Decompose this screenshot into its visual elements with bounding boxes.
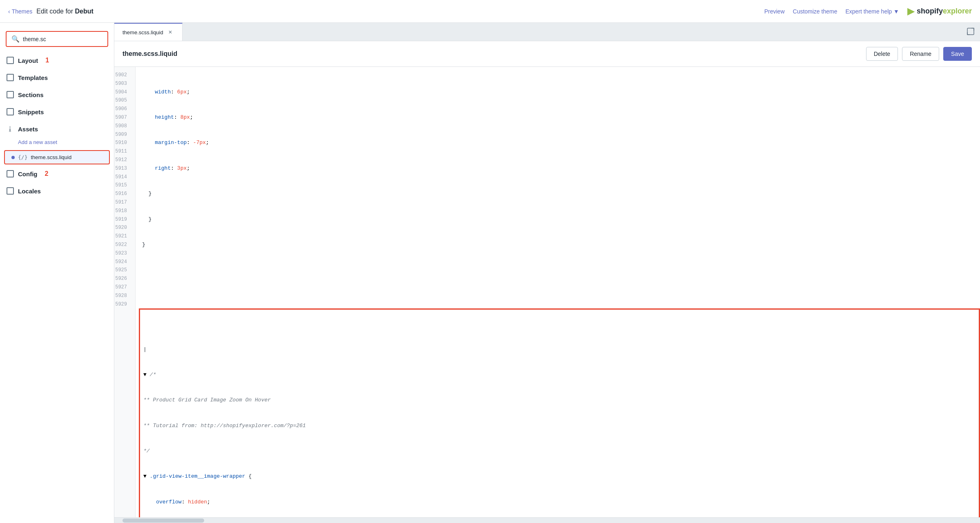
tabs-bar: theme.scss.liquid ✕ [114,23,980,41]
expand-editor-button[interactable] [961,24,980,40]
preview-link[interactable]: Preview [764,8,785,15]
sidebar-section-sections: Sections [0,87,114,102]
code-line-5915: ▼ .grid-view-item__image-wrapper { [143,472,976,481]
chevron-left-icon: ‹ [8,8,10,15]
code-line-5906: } [142,190,980,198]
search-container: 🔍 [0,28,114,53]
code-line-5911: ▼ /* [143,371,976,379]
save-button[interactable]: Save [943,47,972,61]
folder-icon [7,74,14,81]
sidebar-item-snippets[interactable]: Snippets [0,104,114,120]
active-file-item[interactable]: {/} theme.scss.liquid [4,150,110,164]
sidebar-item-assets[interactable]: ⭳ Assets [0,121,114,137]
badge-2: 2 [45,170,48,177]
editor-area: theme.scss.liquid ✕ theme.scss.liquid De… [114,23,980,523]
scroll-thumb[interactable] [122,519,204,523]
rename-button[interactable]: Rename [902,47,939,61]
folder-icon [7,91,14,98]
sidebar-label-locales: Locales [18,188,41,195]
file-code-icon: {/} [18,154,27,160]
sidebar-label-config: Config [18,171,37,177]
download-icon: ⭳ [7,125,14,133]
tabs-list: theme.scss.liquid ✕ [114,23,183,41]
shopify-explorer-logo: ▶ shopifyexplorer [907,6,972,17]
svg-rect-0 [967,28,974,35]
folder-icon [7,170,14,177]
sidebar-section-templates: Templates [0,70,114,85]
sidebar: 🔍 Layout 1 Templates Sections [0,23,114,523]
top-nav: ‹ Themes Edit code for Debut Preview Cus… [0,0,980,23]
shopify-logo-icon: ▶ [907,6,914,17]
file-header-actions: Delete Rename Save [866,47,972,61]
scroll-track[interactable] [114,517,980,523]
sidebar-section-locales: Locales [0,183,114,199]
customize-theme-link[interactable]: Customize theme [793,8,837,15]
search-icon: 🔍 [11,35,20,43]
tab-close-button[interactable]: ✕ [167,29,174,36]
sidebar-label-snippets: Snippets [18,109,44,115]
sidebar-label-layout: Layout [18,57,38,64]
code-line-5908: } [142,241,980,249]
sidebar-item-config[interactable]: Config 2 [0,166,114,182]
tab-theme-scss-liquid[interactable]: theme.scss.liquid ✕ [114,23,183,41]
main-layout: 🔍 Layout 1 Templates Sections [0,23,980,523]
page-title: Edit code for Debut [36,8,94,15]
back-label: Themes [12,8,33,15]
code-line-5914: */ [143,447,976,456]
sidebar-item-sections[interactable]: Sections [0,87,114,102]
sidebar-label-sections: Sections [18,91,44,98]
expert-theme-help-link[interactable]: Expert theme help ▼ [845,8,899,15]
code-line-5916: overflow: hidden; [143,498,976,507]
sidebar-item-layout[interactable]: Layout 1 [0,53,114,68]
sidebar-section-config: Config 2 [0,166,114,182]
top-nav-left: ‹ Themes Edit code for Debut [8,8,94,15]
search-box[interactable]: 🔍 [6,31,108,47]
delete-button[interactable]: Delete [866,47,898,61]
code-line-5909 [142,266,980,275]
sidebar-item-locales[interactable]: Locales [0,183,114,199]
file-header-title: theme.scss.liquid [122,50,177,58]
sidebar-label-assets: Assets [18,126,38,133]
tab-label: theme.scss.liquid [122,29,163,35]
sidebar-section-assets: ⭳ Assets Add a new asset {/} theme.scss.… [0,121,114,164]
sidebar-label-templates: Templates [18,74,48,81]
code-line-5913: ** Tutorial from: http://shopifyexplorer… [143,422,976,430]
code-line-5907: } [142,215,980,224]
line-numbers: 5902 5903 5904 5905 5906 5907 5908 5909 … [114,67,136,517]
code-line-5912: ** Product Grid Card Image Zoom On Hover [143,396,976,405]
code-content: 5902 5903 5904 5905 5906 5907 5908 5909 … [114,67,980,517]
top-nav-right: Preview Customize theme Expert theme hel… [764,6,972,17]
file-header: theme.scss.liquid Delete Rename Save [114,41,980,67]
active-file-name: theme.scss.liquid [31,154,71,160]
sidebar-section-layout: Layout 1 [0,53,114,68]
active-file-dot [11,156,15,159]
sidebar-section-snippets: Snippets [0,104,114,120]
chevron-down-icon: ▼ [893,8,899,15]
search-input[interactable] [23,36,102,42]
highlighted-code-section: 3 | ▼ /* ** Product Grid Card Image Zoom… [139,308,980,517]
code-line-5910: | [143,346,976,354]
code-line-5902: width: 6px; [142,88,980,97]
code-line-5904: margin-top: -7px; [142,139,980,147]
add-asset-link[interactable]: Add a new asset [0,137,114,149]
back-to-themes-link[interactable]: ‹ Themes [8,8,32,15]
sidebar-item-templates[interactable]: Templates [0,70,114,85]
code-editor[interactable]: 5902 5903 5904 5905 5906 5907 5908 5909 … [114,67,980,517]
code-lines: width: 6px; height: 8px; margin-top: -7p… [136,67,980,517]
code-line-5905: right: 3px; [142,164,980,173]
badge-1: 1 [45,57,49,64]
folder-icon [7,187,14,195]
folder-icon [7,57,14,64]
code-line-5903: height: 8px; [142,113,980,122]
folder-icon [7,108,14,115]
